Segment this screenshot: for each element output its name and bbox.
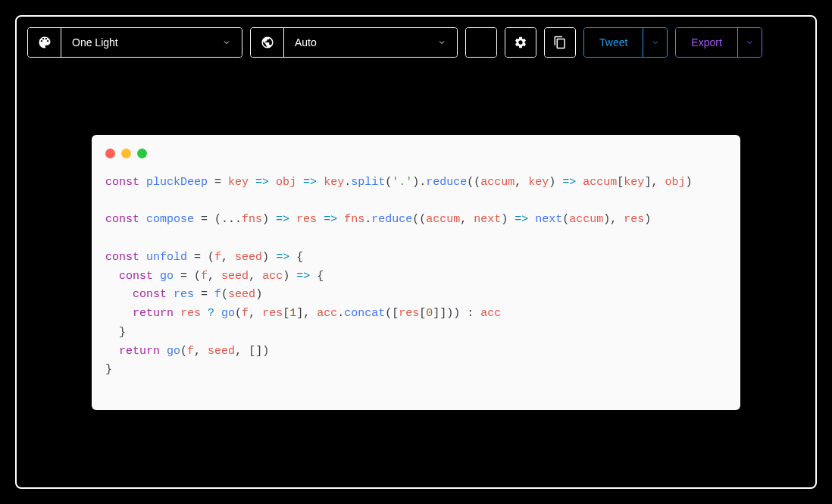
globe-icon-button[interactable] <box>251 28 284 57</box>
code-editor[interactable]: const pluckDeep = key => obj => key.spli… <box>105 174 727 380</box>
window-controls <box>105 149 727 158</box>
language-group: Auto <box>250 27 458 58</box>
stage: const pluckDeep = key => obj => key.spli… <box>27 68 805 477</box>
settings-button[interactable] <box>505 28 536 57</box>
copy-button-group <box>544 27 576 58</box>
gear-icon <box>514 36 527 49</box>
palette-icon-button[interactable] <box>28 28 61 57</box>
theme-select-label: One Light <box>72 36 118 49</box>
copy-button[interactable] <box>545 28 575 57</box>
theme-group: One Light <box>27 27 242 58</box>
theme-select[interactable]: One Light <box>61 28 242 57</box>
app-panel: One Light Auto <box>15 15 817 489</box>
palette-icon <box>38 36 52 49</box>
chevron-down-icon <box>651 38 660 47</box>
export-button[interactable]: Export <box>676 28 737 57</box>
color-picker-button-group <box>465 27 497 58</box>
settings-button-group <box>505 27 536 58</box>
canvas[interactable]: const pluckDeep = key => obj => key.spli… <box>36 92 796 452</box>
language-select[interactable]: Auto <box>284 28 457 57</box>
tweet-dropdown[interactable] <box>643 28 667 57</box>
export-dropdown[interactable] <box>737 28 762 57</box>
chevron-down-icon <box>745 38 754 47</box>
close-dot <box>105 149 115 158</box>
language-select-label: Auto <box>295 36 317 49</box>
tweet-label: Tweet <box>599 36 627 49</box>
toolbar: One Light Auto <box>27 27 805 58</box>
chevron-down-icon <box>437 38 446 47</box>
tweet-button[interactable]: Tweet <box>584 28 643 57</box>
copy-icon <box>553 36 567 49</box>
minimize-dot <box>121 149 131 158</box>
export-label: Export <box>691 36 721 49</box>
globe-icon <box>261 36 274 49</box>
maximize-dot <box>137 149 147 158</box>
tweet-group: Tweet <box>583 27 668 58</box>
code-window: const pluckDeep = key => obj => key.spli… <box>92 135 740 410</box>
chevron-down-icon <box>222 38 231 47</box>
background-color-button[interactable] <box>466 28 496 57</box>
export-group: Export <box>675 27 762 58</box>
